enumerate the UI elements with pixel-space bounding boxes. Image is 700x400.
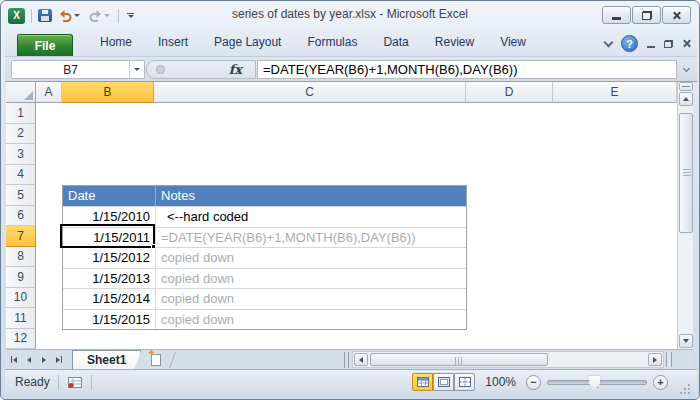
workbook-minimize-icon[interactable]: [647, 46, 655, 48]
minimize-button[interactable]: [602, 6, 631, 24]
status-bar: Ready: [5, 369, 697, 394]
table-row-3[interactable]: 1/15/2012copied down: [63, 247, 466, 268]
selected-cell-outline[interactable]: [60, 224, 155, 248]
redo-dropdown-icon[interactable]: [104, 14, 110, 17]
row-header-5[interactable]: 5: [6, 185, 36, 206]
tab-scroll-splitter[interactable]: [344, 352, 349, 368]
previous-sheet-button[interactable]: [21, 352, 36, 368]
tab-home[interactable]: Home: [87, 29, 145, 56]
fill-handle[interactable]: [151, 244, 156, 249]
date-cell[interactable]: 1/15/2015: [63, 310, 155, 330]
separator: [91, 375, 92, 390]
date-cell[interactable]: 1/15/2013: [63, 269, 155, 289]
insert-worksheet-button[interactable]: ✦: [147, 351, 167, 368]
note-cell[interactable]: copied down: [155, 269, 466, 289]
tab-formulas[interactable]: Formulas: [294, 29, 370, 56]
zoom-level[interactable]: 100%: [485, 375, 516, 389]
vertical-scroll-thumb[interactable]: [679, 113, 693, 233]
table-row-5[interactable]: 1/15/2014copied down: [63, 288, 466, 309]
name-box-dropdown[interactable]: [129, 61, 144, 78]
excel-app-icon[interactable]: X: [8, 8, 25, 24]
insert-function-area[interactable]: fx: [146, 60, 256, 79]
normal-view-button[interactable]: [412, 373, 433, 391]
sheet-tab-sheet1[interactable]: Sheet1: [72, 350, 141, 369]
customize-quick-access-button[interactable]: [125, 11, 136, 20]
close-button[interactable]: [662, 6, 691, 24]
fx-icon[interactable]: fx: [229, 62, 242, 77]
date-cell[interactable]: 1/15/2012: [63, 248, 155, 268]
tab-insert[interactable]: Insert: [145, 29, 201, 56]
table-row-6[interactable]: 1/15/2015copied down: [63, 309, 466, 330]
row-header-7[interactable]: 7: [6, 226, 36, 247]
first-sheet-button[interactable]: [6, 352, 21, 368]
workbook-restore-icon[interactable]: [664, 40, 673, 48]
arrow-left-icon: [13, 357, 17, 363]
tab-page-layout[interactable]: Page Layout: [201, 29, 294, 56]
row-header-2[interactable]: 2: [6, 124, 36, 145]
scrollbar-splitter[interactable]: [666, 352, 672, 367]
note-cell[interactable]: =DATE(YEAR(B6)+1,MONTH(B6),DAY(B6)): [155, 228, 466, 248]
window-title: series of dates by year.xlsx - Microsoft…: [232, 7, 468, 21]
save-icon[interactable]: [38, 9, 52, 22]
scroll-up-button[interactable]: [679, 92, 693, 106]
date-cell[interactable]: 1/15/2014: [63, 289, 155, 309]
table-header-row[interactable]: Date Notes: [63, 186, 466, 206]
undo-button[interactable]: [56, 8, 82, 23]
row-header-3[interactable]: 3: [6, 144, 36, 165]
horizontal-scrollbar[interactable]: [352, 351, 664, 368]
zoom-in-button[interactable]: +: [653, 375, 668, 390]
scroll-right-button[interactable]: [648, 353, 662, 366]
undo-dropdown-icon[interactable]: [74, 14, 80, 17]
name-box[interactable]: B7: [11, 60, 145, 79]
expand-formula-bar-button[interactable]: [679, 62, 693, 77]
scroll-left-button[interactable]: [354, 353, 368, 366]
next-sheet-button[interactable]: [36, 352, 51, 368]
row-header-10[interactable]: 10: [6, 288, 36, 309]
note-cell[interactable]: copied down: [155, 289, 466, 309]
row-header-9[interactable]: 9: [6, 267, 36, 288]
tab-review[interactable]: Review: [422, 29, 487, 56]
row-header-8[interactable]: 8: [6, 247, 36, 268]
redo-button[interactable]: [86, 8, 112, 23]
row-header-12[interactable]: 12: [6, 329, 36, 350]
column-header-c[interactable]: C: [154, 82, 466, 103]
workbook-close-icon[interactable]: [682, 39, 691, 48]
resize-grip-icon[interactable]: [680, 384, 682, 386]
scroll-down-button[interactable]: [679, 334, 693, 348]
zoom-out-button[interactable]: −: [526, 375, 541, 390]
row-header-4[interactable]: 4: [6, 165, 36, 186]
zoom-slider-thumb[interactable]: [589, 376, 600, 391]
page-layout-view-button[interactable]: [433, 373, 454, 391]
zoom-slider[interactable]: [547, 380, 647, 385]
horizontal-scroll-thumb[interactable]: [370, 353, 548, 366]
column-header-d[interactable]: D: [466, 82, 553, 103]
restore-button[interactable]: [632, 6, 661, 24]
row-header-1[interactable]: 1: [6, 103, 36, 124]
expand-ribbon-icon[interactable]: [604, 37, 614, 47]
column-header-e[interactable]: E: [553, 82, 677, 103]
sheet-grid[interactable]: ABCDE 123456789101112 Series of dates by…: [6, 82, 677, 349]
tab-file[interactable]: File: [17, 34, 73, 56]
new-star-icon: ✦: [147, 347, 155, 358]
tab-view[interactable]: View: [487, 29, 539, 56]
formula-input[interactable]: =DATE(YEAR(B6)+1,MONTH(B6),DAY(B6)): [257, 60, 677, 79]
vertical-scrollbar[interactable]: [677, 82, 693, 349]
row-header-6[interactable]: 6: [6, 206, 36, 227]
note-cell[interactable]: copied down: [155, 248, 466, 268]
arrow-left-icon: [27, 357, 31, 363]
column-header-b[interactable]: B: [62, 82, 154, 103]
help-icon[interactable]: ?: [621, 35, 638, 52]
select-all-corner[interactable]: [6, 82, 36, 103]
customize-bar-icon: [127, 13, 134, 14]
note-cell[interactable]: copied down: [155, 310, 466, 330]
page-break-view-button[interactable]: [454, 373, 475, 391]
window-controls: [602, 6, 691, 24]
note-cell[interactable]: <--hard coded: [155, 207, 466, 227]
split-box[interactable]: [679, 82, 693, 91]
last-sheet-button[interactable]: [51, 352, 66, 368]
tab-data[interactable]: Data: [370, 29, 421, 56]
row-header-11[interactable]: 11: [6, 308, 36, 329]
macro-record-icon[interactable]: [67, 376, 83, 389]
table-row-4[interactable]: 1/15/2013copied down: [63, 268, 466, 289]
column-header-a[interactable]: A: [36, 82, 62, 103]
